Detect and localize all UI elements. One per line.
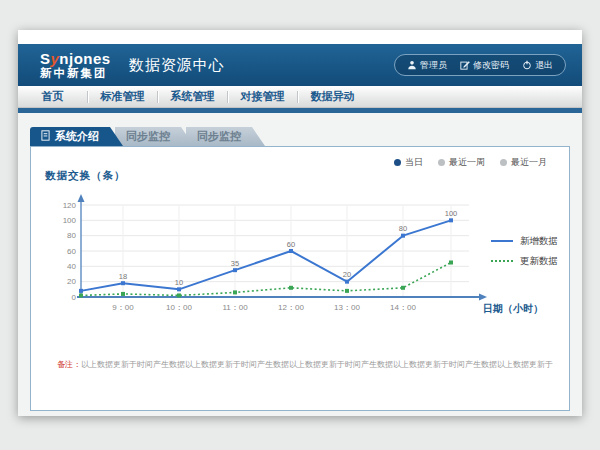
filter-last-week[interactable]: 最近一周 [438, 156, 485, 169]
change-password-label: 修改密码 [473, 59, 509, 72]
tab-label: 同步监控 [197, 129, 241, 144]
logout-label: 退出 [535, 59, 553, 72]
tab-label: 同步监控 [126, 129, 170, 144]
change-password-button[interactable]: 修改密码 [460, 59, 509, 72]
logo-text-part: S [40, 50, 51, 67]
svg-text:0: 0 [72, 293, 77, 302]
nav-item-home[interactable]: 首页 [18, 89, 87, 104]
page-title: 数据资源中心 [129, 56, 225, 75]
legend-label: 新增数据 [520, 235, 558, 248]
tab-label: 系统介绍 [55, 129, 99, 144]
svg-text:60: 60 [287, 240, 295, 249]
logo: Synjones 新中新集团 [40, 51, 111, 80]
svg-text:40: 40 [67, 262, 76, 271]
svg-text:100: 100 [445, 209, 458, 218]
radio-dot-selected-icon [394, 159, 401, 166]
logout-icon [522, 60, 532, 70]
x-axis-title: 日期（小时） [483, 302, 543, 316]
filter-label: 最近一周 [449, 156, 485, 169]
svg-text:12：00: 12：00 [278, 303, 304, 312]
content-area: 系统介绍 同步监控 同步监控 当日 最近一周 [18, 113, 582, 416]
svg-text:20: 20 [343, 270, 351, 279]
svg-text:100: 100 [63, 216, 77, 225]
main-nav: 首页 标准管理 系统管理 对接管理 数据异动 [18, 86, 582, 108]
logo-text: Synjones [40, 51, 111, 66]
svg-text:13：00: 13：00 [334, 303, 360, 312]
filter-today[interactable]: 当日 [394, 156, 423, 169]
time-range-filters: 当日 最近一周 最近一月 [394, 156, 547, 169]
svg-text:60: 60 [67, 247, 76, 256]
tab-sync-monitor-1[interactable]: 同步监控 [115, 127, 194, 146]
svg-text:35: 35 [231, 259, 239, 268]
nav-item-interface-management[interactable]: 对接管理 [228, 89, 297, 104]
main-header: Synjones 新中新集团 数据资源中心 管理员 修改密码 [18, 44, 582, 86]
svg-text:20: 20 [67, 277, 76, 286]
edit-icon [460, 60, 470, 70]
radio-dot-icon [438, 159, 445, 166]
tab-system-intro[interactable]: 系统介绍 [30, 127, 123, 146]
logo-subtitle: 新中新集团 [40, 68, 111, 80]
window-top-strip [18, 30, 582, 44]
radio-dot-icon [500, 159, 507, 166]
user-icon [407, 60, 417, 70]
user-toolbar: 管理员 修改密码 退出 [394, 54, 566, 76]
dotted-line-icon [491, 260, 513, 262]
svg-text:11：00: 11：00 [222, 303, 248, 312]
nav-item-data-change[interactable]: 数据异动 [298, 89, 367, 104]
logo-text-part: njones [59, 50, 110, 67]
svg-text:18: 18 [119, 272, 127, 281]
svg-text:120: 120 [63, 201, 77, 210]
filter-last-month[interactable]: 最近一月 [500, 156, 547, 169]
svg-text:9：00: 9：00 [112, 303, 134, 312]
solid-line-icon [491, 240, 513, 242]
app-window: Synjones 新中新集团 数据资源中心 管理员 修改密码 [18, 30, 582, 416]
footnote-text: 以上数据更新于时间产生数据以上数据更新于时间产生数据以上数据更新于时间产生数据以… [81, 360, 553, 369]
document-icon [41, 130, 50, 143]
svg-text:10：00: 10：00 [166, 303, 192, 312]
filter-label: 最近一月 [511, 156, 547, 169]
tab-sync-monitor-2[interactable]: 同步监控 [186, 127, 265, 146]
legend-item-updated-data: 更新数据 [491, 251, 558, 271]
admin-user-label: 管理员 [420, 59, 447, 72]
page-background: Synjones 新中新集团 数据资源中心 管理员 修改密码 [0, 0, 600, 450]
admin-user-button[interactable]: 管理员 [407, 59, 447, 72]
legend-label: 更新数据 [520, 255, 558, 268]
chart-legend: 新增数据 更新数据 [491, 231, 558, 271]
svg-text:80: 80 [67, 231, 76, 240]
svg-text:10: 10 [175, 278, 183, 287]
line-chart: 0204060801001209：0010：0011：0012：0013：001… [41, 187, 511, 327]
footnote-prefix: 备注： [57, 360, 81, 369]
logout-button[interactable]: 退出 [522, 59, 553, 72]
nav-item-system-management[interactable]: 系统管理 [158, 89, 227, 104]
nav-item-standard-management[interactable]: 标准管理 [88, 89, 157, 104]
chart-area: 0204060801001209：0010：0011：0012：0013：001… [41, 187, 511, 327]
legend-item-new-data: 新增数据 [491, 231, 558, 251]
footnote: 备注：以上数据更新于时间产生数据以上数据更新于时间产生数据以上数据更新于时间产生… [57, 359, 555, 370]
svg-text:80: 80 [399, 224, 407, 233]
filter-label: 当日 [405, 156, 423, 169]
svg-text:14：00: 14：00 [390, 303, 416, 312]
tab-bar: 系统介绍 同步监控 同步监控 [30, 127, 570, 146]
tab-panel: 当日 最近一周 最近一月 数据交换（条） 0204060801001209：00… [30, 146, 570, 411]
y-axis-title: 数据交换（条） [45, 169, 126, 183]
